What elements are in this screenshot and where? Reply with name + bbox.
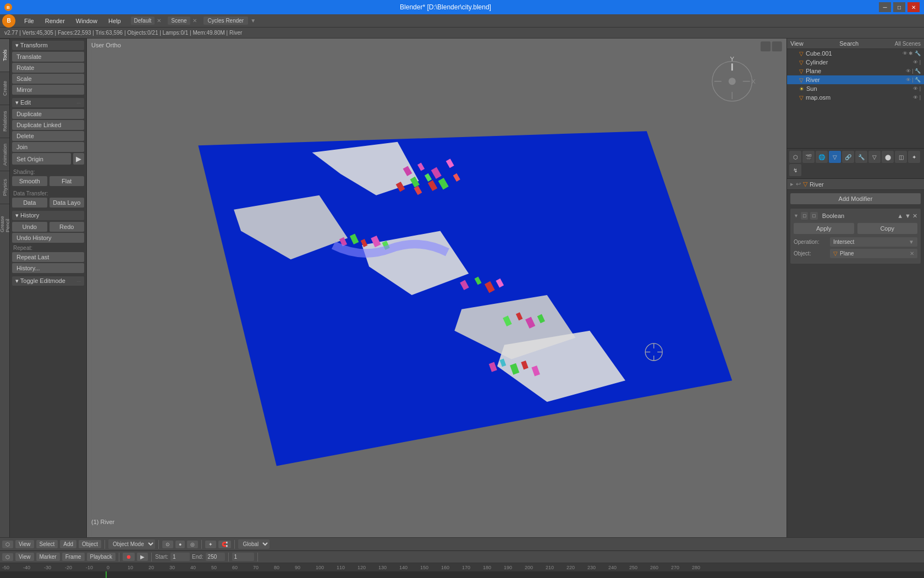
- timeline-body[interactable]: -50 -40 -30 -20 -10 0 10 20 30 40 50 60 …: [0, 563, 924, 578]
- modifier-up-icon[interactable]: ▲: [897, 212, 903, 220]
- outliner-scenes-label[interactable]: All Scenes: [895, 41, 921, 47]
- history-header[interactable]: ▾ History: [12, 211, 84, 220]
- modifier-down-icon[interactable]: ▼: [905, 212, 911, 220]
- play-button[interactable]: ▶: [137, 553, 148, 561]
- current-frame-input[interactable]: [232, 553, 254, 561]
- flat-button[interactable]: Flat: [50, 176, 85, 186]
- menu-help[interactable]: Help: [103, 17, 127, 25]
- scene-props-icon[interactable]: 🎬: [802, 151, 815, 163]
- render-props-icon[interactable]: ⬡: [789, 151, 801, 163]
- data-button[interactable]: Data: [12, 198, 47, 208]
- translate-button[interactable]: Translate: [12, 52, 84, 62]
- set-origin-menu-button[interactable]: ▶: [73, 153, 84, 165]
- copy-button[interactable]: Copy: [857, 223, 918, 234]
- svg-point-41: [729, 78, 736, 85]
- timeline-track[interactable]: [0, 571, 924, 578]
- data-props-icon[interactable]: ▽: [868, 151, 881, 163]
- end-frame-input[interactable]: [206, 553, 225, 561]
- menu-window[interactable]: Window: [70, 17, 103, 25]
- mirror-button[interactable]: Mirror: [12, 85, 84, 95]
- particles-props-icon[interactable]: ✦: [908, 151, 920, 163]
- data-layo-button[interactable]: Data Layo: [50, 198, 85, 208]
- undo-history-button[interactable]: Undo History: [12, 233, 84, 243]
- tab-physics[interactable]: Physics: [0, 171, 9, 204]
- smooth-button[interactable]: Smooth: [12, 176, 47, 186]
- properties-header: ▸ ↩ ▽ River: [787, 179, 924, 190]
- modifier-collapse-icon[interactable]: ▼: [794, 213, 799, 219]
- outliner-view-label[interactable]: View: [790, 40, 804, 47]
- timeline-playback[interactable]: Playback: [87, 553, 116, 561]
- edit-header[interactable]: ▾ Edit ···: [12, 98, 84, 107]
- physics-props-icon[interactable]: ↯: [789, 164, 801, 176]
- outliner-item-maposm[interactable]: ▽ map.osm 👁 |: [787, 93, 924, 102]
- minimize-button[interactable]: ─: [879, 2, 891, 12]
- add-menu[interactable]: Add: [60, 540, 76, 548]
- record-button[interactable]: ⏺: [123, 553, 135, 561]
- rotate-button[interactable]: Rotate: [12, 63, 84, 73]
- tab-tools[interactable]: Tools: [0, 39, 9, 72]
- apply-button[interactable]: Apply: [794, 223, 854, 234]
- snap-button[interactable]: 🧲: [218, 541, 231, 548]
- window-title: Blender* [D:\Blender\city.blend]: [12, 3, 879, 11]
- viewport[interactable]: Y X User Ortho (1) River: [87, 39, 787, 537]
- viewport-type-button[interactable]: ⬡: [2, 541, 13, 548]
- close-button[interactable]: ✕: [908, 2, 920, 12]
- pivot-button[interactable]: ✦: [205, 541, 216, 548]
- object-props-icon[interactable]: ▽: [829, 151, 841, 163]
- maximize-button[interactable]: □: [893, 2, 905, 12]
- history-button[interactable]: History...: [12, 263, 84, 273]
- outliner-item-cube001[interactable]: ▽ Cube.001 👁 ✱ 🔧: [787, 49, 924, 58]
- outliner-item-cylinder[interactable]: ▽ Cylinder 👁 |: [787, 58, 924, 67]
- outliner: View Search All Scenes ▽ Cube.001 👁 ✱ 🔧 …: [787, 39, 924, 149]
- timeline-view[interactable]: View: [15, 553, 34, 561]
- texture-props-icon[interactable]: ◫: [895, 151, 907, 163]
- item-name: Cylinder: [806, 59, 828, 66]
- outliner-item-plane[interactable]: ▽ Plane 👁 | 🔧: [787, 67, 924, 75]
- menu-file[interactable]: File: [19, 17, 40, 25]
- duplicate-linked-button[interactable]: Duplicate Linked: [12, 120, 84, 130]
- plane-icon: ▽: [833, 250, 838, 257]
- scale-button[interactable]: Scale: [12, 74, 84, 84]
- operation-select[interactable]: Intersect ▼: [830, 237, 917, 247]
- viewport-shading-button[interactable]: ●: [175, 541, 185, 548]
- tab-grease-pencil[interactable]: Grease Pencil: [0, 204, 9, 237]
- tab-animation[interactable]: Animation: [0, 138, 9, 171]
- tab-relations[interactable]: Relations: [0, 105, 9, 138]
- repeat-last-button[interactable]: Repeat Last: [12, 252, 84, 262]
- timeline-frame[interactable]: Frame: [62, 553, 85, 561]
- object-mode-select[interactable]: Object Mode: [108, 539, 155, 549]
- menu-render[interactable]: Render: [40, 17, 70, 25]
- object-menu[interactable]: Object: [79, 540, 101, 548]
- redo-button[interactable]: Redo: [50, 222, 85, 232]
- duplicate-button[interactable]: Duplicate: [12, 109, 84, 119]
- renderer-selector[interactable]: Cycles Render: [204, 17, 249, 25]
- material-props-icon[interactable]: ⬤: [882, 151, 894, 163]
- set-origin-button[interactable]: Set Origin: [12, 153, 71, 165]
- timeline-type-button[interactable]: ⬡: [2, 553, 13, 561]
- add-modifier-button[interactable]: Add Modifier: [790, 193, 921, 204]
- transform-header[interactable]: ▾ Transform: [12, 41, 84, 50]
- outliner-search-label[interactable]: Search: [839, 40, 859, 47]
- outliner-item-sun[interactable]: ☀ Sun 👁 |: [787, 84, 924, 93]
- modifier-close-icon[interactable]: ✕: [912, 212, 917, 220]
- workspace-selector[interactable]: Default: [131, 17, 155, 25]
- object-select[interactable]: ▽ Plane ✕: [830, 249, 917, 258]
- join-button[interactable]: Join: [12, 142, 84, 152]
- outliner-item-river[interactable]: ▽ River 👁 | 🔧: [787, 75, 924, 84]
- tab-create[interactable]: Create: [0, 72, 9, 105]
- viewport-display-button[interactable]: ⊙: [162, 541, 173, 548]
- delete-button[interactable]: Delete: [12, 131, 84, 141]
- view-menu[interactable]: View: [15, 540, 34, 548]
- constraints-props-icon[interactable]: 🔗: [842, 151, 854, 163]
- data-transfer-section: Data Transfer: Data Data Layo: [12, 189, 84, 209]
- modifier-props-icon[interactable]: 🔧: [855, 151, 867, 163]
- world-props-icon[interactable]: 🌐: [816, 151, 828, 163]
- viewport-overlay-button[interactable]: ◎: [187, 541, 198, 548]
- start-frame-input[interactable]: [170, 553, 190, 561]
- undo-button[interactable]: Undo: [12, 222, 47, 232]
- transform-orientation-select[interactable]: Global: [238, 539, 270, 549]
- scene-selector[interactable]: Scene: [168, 17, 190, 25]
- timeline-marker[interactable]: Marker: [36, 553, 60, 561]
- toggle-editmode-header[interactable]: ▾ Toggle Editmode ···: [12, 276, 84, 286]
- select-menu[interactable]: Select: [36, 540, 58, 548]
